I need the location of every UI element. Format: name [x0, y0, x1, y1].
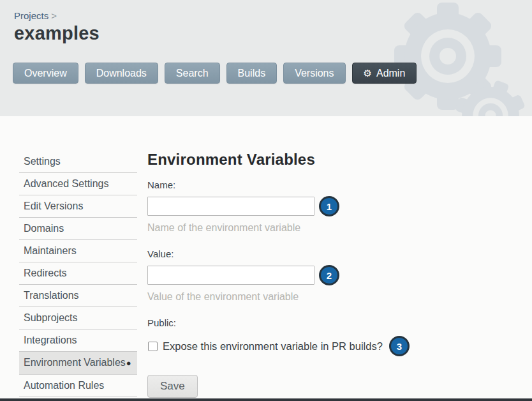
environment-variables-panel: Environment Variables Name: 1 Name of th…: [147, 151, 532, 398]
nav-admin-button[interactable]: ⚙ Admin: [352, 63, 417, 84]
breadcrumb-projects-link[interactable]: Projects: [14, 10, 48, 21]
footer-top-edge: [0, 398, 532, 401]
sidebar-item-maintainers[interactable]: Maintainers: [19, 240, 137, 262]
value-help-text: Value of the environment variable: [147, 291, 532, 303]
active-item-bullet: ●: [126, 358, 131, 368]
value-label: Value:: [147, 248, 532, 259]
save-button[interactable]: Save: [147, 375, 198, 398]
breadcrumb: Projects>: [14, 10, 57, 21]
project-header: Projects> examples Overview Downloads Se…: [0, 0, 532, 116]
page-title: examples: [14, 23, 100, 44]
nav-downloads-button[interactable]: Downloads: [85, 63, 158, 84]
admin-sidebar: Settings Advanced Settings Edit Versions…: [19, 151, 137, 401]
sidebar-item-advanced-settings[interactable]: Advanced Settings: [19, 173, 137, 195]
nav-versions-button[interactable]: Versions: [283, 63, 345, 84]
annotation-badge-1: 1: [319, 196, 339, 216]
name-help-text: Name of the environment variable: [147, 222, 532, 234]
sidebar-item-redirects[interactable]: Redirects: [19, 262, 137, 285]
breadcrumb-separator: >: [51, 10, 57, 21]
nav-admin-label: Admin: [376, 68, 405, 79]
nav-overview-button[interactable]: Overview: [13, 63, 78, 84]
sidebar-item-domains[interactable]: Domains: [19, 218, 137, 240]
sidebar-item-edit-versions[interactable]: Edit Versions: [19, 195, 137, 218]
sidebar-item-label: Environment Variables: [24, 357, 126, 368]
annotation-badge-2: 2: [319, 265, 339, 285]
sidebar-item-settings[interactable]: Settings: [19, 151, 137, 173]
nav-search-button[interactable]: Search: [165, 63, 220, 84]
public-label: Public:: [147, 317, 532, 328]
name-input[interactable]: [147, 197, 314, 216]
public-checkbox[interactable]: [148, 342, 158, 351]
name-label: Name:: [147, 179, 532, 190]
nav-builds-button[interactable]: Builds: [226, 63, 277, 84]
gear-icon: ⚙: [364, 68, 372, 78]
annotation-badge-3: 3: [389, 336, 410, 356]
panel-heading: Environment Variables: [147, 151, 532, 169]
sidebar-item-subprojects[interactable]: Subprojects: [19, 307, 137, 329]
sidebar-item-translations[interactable]: Translations: [19, 285, 137, 307]
project-nav: Overview Downloads Search Builds Version…: [13, 63, 417, 84]
gears-decoration-image: [365, 0, 532, 116]
sidebar-item-integrations[interactable]: Integrations: [19, 329, 137, 352]
sidebar-item-automation-rules[interactable]: Automation Rules: [19, 375, 137, 397]
sidebar-item-environment-variables[interactable]: Environment Variables●: [19, 352, 137, 375]
public-checkbox-label[interactable]: Expose this environment variable in PR b…: [163, 340, 383, 352]
admin-content: Settings Advanced Settings Edit Versions…: [0, 116, 532, 401]
value-input[interactable]: [147, 266, 314, 285]
